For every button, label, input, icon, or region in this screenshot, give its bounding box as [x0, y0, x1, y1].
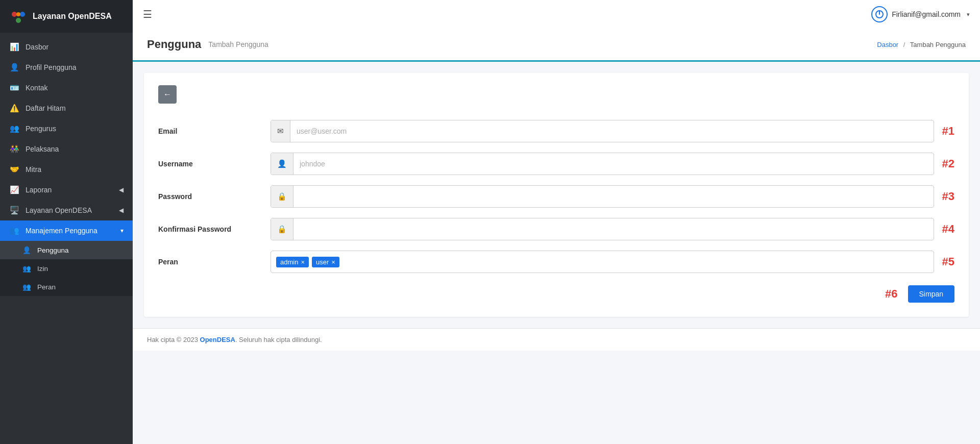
peran-annotation: #5 [942, 255, 954, 268]
tag-user-remove[interactable]: × [331, 259, 335, 265]
user-email-label: Firlianif@gmail.comm [892, 10, 961, 18]
tag-admin-label: admin [280, 258, 298, 266]
username-icon: 👤 [271, 153, 293, 175]
username-annotation: #2 [942, 157, 954, 170]
sidebar-item-pelaksana[interactable]: 👫 Pelaksana [0, 139, 133, 159]
password-field-cell: 🔒 #3 [271, 180, 954, 213]
username-row: Username 👤 #2 [158, 147, 954, 180]
form-card: ← Email ✉ #1 [144, 73, 969, 317]
sidebar-label-manajemen: Manajemen Pengguna [26, 227, 97, 235]
sidebar-label-peran: Peran [37, 283, 56, 291]
sidebar-label-pengurus: Pengurus [26, 125, 56, 133]
topbar-right: Firlianif@gmail.comm ▾ [871, 6, 970, 22]
password-label: Password [158, 180, 271, 213]
app-name: Layanan OpenDESA [33, 12, 112, 21]
password-row: Password 🔒 #3 [158, 180, 954, 213]
confirm-password-input[interactable] [293, 220, 934, 238]
sidebar-item-daftar-hitam[interactable]: ⚠️ Daftar Hitam [0, 98, 133, 118]
sidebar-subitem-peran[interactable]: 👥 Peran [0, 278, 133, 296]
peran-label: Peran [158, 245, 271, 278]
peran-sub-icon: 👥 [22, 283, 31, 291]
sidebar-nav: 📊 Dasbor 👤 Profil Pengguna 🪪 Kontak ⚠️ D… [0, 33, 133, 444]
manajemen-arrow-icon: ▾ [120, 227, 124, 234]
confirm-password-label: Konfirmasi Password [158, 213, 271, 245]
svg-point-4 [16, 18, 21, 23]
power-icon [875, 10, 884, 19]
sidebar-subitem-pengguna[interactable]: 👤 Pengguna [0, 241, 133, 259]
pelaksana-icon: 👫 [9, 144, 19, 154]
peran-field-cell: admin × user × #5 [271, 245, 954, 278]
email-label: Email [158, 115, 271, 147]
topbar-left: ☰ [143, 8, 152, 20]
breadcrumb: Dasbor / Tambah Pengguna [877, 41, 966, 48]
peran-input-group: admin × user × [271, 251, 934, 273]
sidebar-label-mitra: Mitra [26, 165, 41, 174]
footer-brand: OpenDESA [200, 336, 235, 343]
peran-tags-container[interactable]: admin × user × [271, 251, 934, 273]
page-header-left: Pengguna Tambah Pengguna [147, 38, 268, 51]
sidebar-item-laporan[interactable]: 📈 Laporan ◀ [0, 180, 133, 200]
page-header: Pengguna Tambah Pengguna Dasbor / Tambah… [133, 29, 980, 62]
sidebar-label-daftar-hitam: Daftar Hitam [26, 104, 66, 112]
sidebar-label-kontak: Kontak [26, 84, 48, 92]
email-input[interactable] [290, 122, 934, 140]
user-dropdown-arrow[interactable]: ▾ [967, 11, 970, 18]
back-button[interactable]: ← [158, 85, 177, 104]
sidebar-item-manajemen[interactable]: 👥 Manajemen Pengguna ▾ [0, 220, 133, 241]
sidebar-label-layanan: Layanan OpenDESA [26, 206, 92, 214]
sidebar-item-profil[interactable]: 👤 Profil Pengguna [0, 57, 133, 78]
sidebar-subitem-izin[interactable]: 👥 Izin [0, 259, 133, 278]
email-annotation: #1 [942, 125, 954, 138]
confirm-password-row: Konfirmasi Password 🔒 #4 [158, 213, 954, 245]
tag-admin: admin × [276, 257, 309, 267]
sidebar-item-mitra[interactable]: 🤝 Mitra [0, 159, 133, 180]
sidebar-label-laporan: Laporan [26, 186, 52, 194]
email-icon: ✉ [271, 120, 290, 142]
email-row: Email ✉ #1 [158, 115, 954, 147]
sidebar-item-dasbor[interactable]: 📊 Dasbor [0, 37, 133, 57]
sidebar-label-profil: Profil Pengguna [26, 63, 77, 71]
confirm-password-icon: 🔒 [271, 218, 293, 240]
footer: Hak cipta © 2023 OpenDESA. Seluruh hak c… [133, 328, 980, 351]
username-label: Username [158, 147, 271, 180]
save-row: #6 Simpan [158, 285, 954, 303]
laporan-icon: 📈 [9, 185, 19, 194]
password-input[interactable] [293, 187, 934, 206]
app-logo-icon [9, 7, 28, 26]
dasbor-icon: 📊 [9, 42, 19, 52]
svg-point-2 [12, 12, 17, 17]
sidebar-item-kontak[interactable]: 🪪 Kontak [0, 78, 133, 98]
sidebar-label-pengguna: Pengguna [37, 246, 69, 254]
username-input[interactable] [293, 155, 934, 173]
sidebar-item-layanan[interactable]: 🖥️ Layanan OpenDESA ◀ [0, 200, 133, 220]
tag-admin-remove[interactable]: × [301, 259, 305, 265]
pengurus-icon: 👥 [9, 124, 19, 133]
sidebar-label-izin: Izin [37, 265, 48, 273]
daftar-hitam-icon: ⚠️ [9, 104, 19, 113]
breadcrumb-home-link[interactable]: Dasbor [877, 41, 898, 48]
username-field-cell: 👤 #2 [271, 147, 954, 180]
svg-point-3 [20, 12, 25, 17]
sidebar-item-pengurus[interactable]: 👥 Pengurus [0, 118, 133, 139]
password-input-group: 🔒 [271, 185, 934, 208]
manajemen-icon: 👥 [9, 226, 19, 235]
topbar: ☰ Firlianif@gmail.comm ▾ [133, 0, 980, 29]
breadcrumb-separator: / [903, 41, 905, 48]
layanan-arrow-icon: ◀ [119, 207, 124, 214]
form-table: Email ✉ #1 U [158, 115, 954, 278]
pengguna-sub-icon: 👤 [22, 246, 31, 254]
footer-text2: . Seluruh hak cipta dilindungi. [235, 336, 322, 343]
sidebar-label-pelaksana: Pelaksana [26, 145, 59, 153]
sidebar-label-dasbor: Dasbor [26, 43, 48, 51]
hamburger-icon[interactable]: ☰ [143, 8, 152, 20]
laporan-arrow-icon: ◀ [119, 186, 124, 193]
user-avatar-circle [871, 6, 888, 22]
tag-user: user × [312, 257, 339, 267]
sidebar: Layanan OpenDESA 📊 Dasbor 👤 Profil Pengg… [0, 0, 133, 444]
confirm-password-annotation: #4 [942, 223, 954, 236]
page-title: Pengguna [147, 38, 201, 51]
svg-point-5 [16, 12, 20, 16]
save-annotation: #6 [885, 287, 897, 301]
confirm-password-field-cell: 🔒 #4 [271, 213, 954, 245]
save-button[interactable]: Simpan [908, 285, 954, 303]
